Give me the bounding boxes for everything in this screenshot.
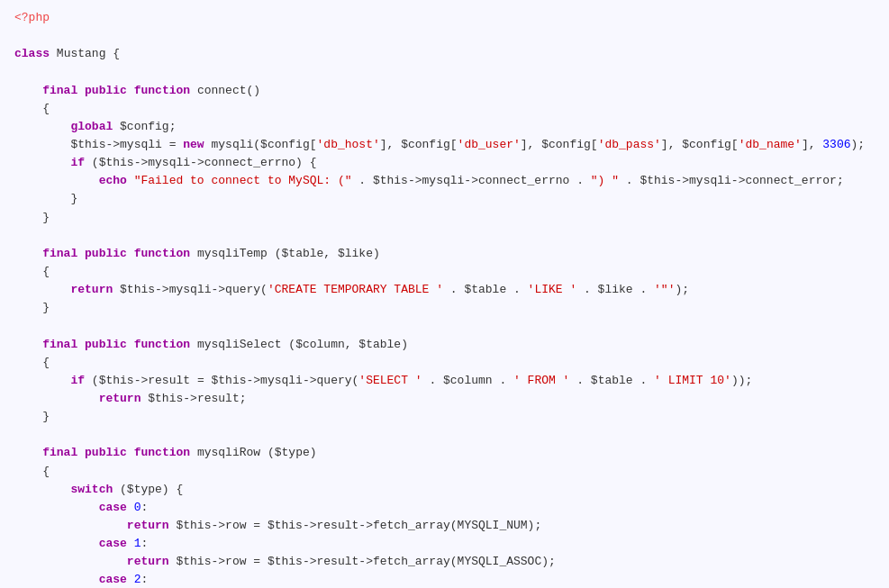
code-line-6: { — [14, 100, 875, 118]
code-line-14: final public function mysqliTemp ($table… — [14, 245, 875, 263]
code-line-7: global $config; — [14, 118, 875, 136]
code-line-24 — [14, 426, 875, 444]
code-line-29: return $this->row = $this->result->fetch… — [14, 517, 875, 535]
code-line-2 — [14, 27, 875, 45]
code-line-1: <?php — [14, 9, 875, 27]
code-line-10: echo "Failed to connect to MySQL: (" . $… — [14, 172, 875, 190]
code-line-27: switch ($type) { — [14, 481, 875, 499]
code-line-5: final public function connect() — [14, 82, 875, 100]
code-line-31: return $this->row = $this->result->fetch… — [14, 553, 875, 571]
code-editor: <?php class Mustang { final public funct… — [0, 0, 889, 588]
code-line-30: case 1: — [14, 535, 875, 553]
code-line-11: } — [14, 190, 875, 208]
code-line-9: if ($this->mysqli->connect_errno) { — [14, 154, 875, 172]
code-line-4 — [14, 63, 875, 81]
code-line-26: { — [14, 463, 875, 481]
code-line-13 — [14, 227, 875, 245]
code-line-25: final public function mysqliRow ($type) — [14, 444, 875, 462]
code-line-8: $this->mysqli = new mysqli($config['db_h… — [14, 136, 875, 154]
code-content: <?php class Mustang { final public funct… — [14, 9, 875, 588]
code-line-19: final public function mysqliSelect ($col… — [14, 336, 875, 354]
code-line-28: case 0: — [14, 499, 875, 517]
code-line-12: } — [14, 209, 875, 227]
code-line-21: if ($this->result = $this->mysqli->query… — [14, 372, 875, 390]
code-line-20: { — [14, 354, 875, 372]
code-line-16: return $this->mysqli->query('CREATE TEMP… — [14, 281, 875, 299]
code-line-32: case 2: — [14, 571, 875, 588]
code-line-23: } — [14, 408, 875, 426]
code-line-18 — [14, 317, 875, 335]
code-line-22: return $this->result; — [14, 390, 875, 408]
code-line-3: class Mustang { — [14, 45, 875, 63]
code-line-15: { — [14, 263, 875, 281]
code-line-17: } — [14, 299, 875, 317]
